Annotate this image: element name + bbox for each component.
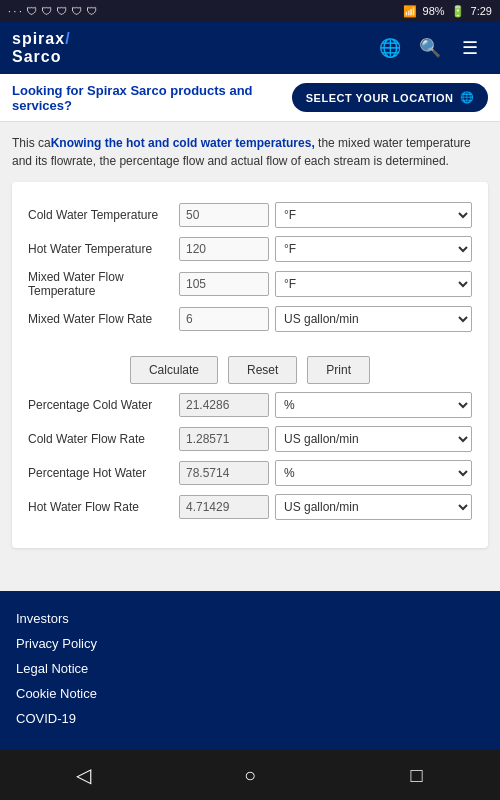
shield-1: 🛡 [26, 5, 37, 17]
pct-hot-water-unit[interactable]: % [275, 460, 472, 486]
description: This caKnowing the hot and cold water te… [12, 134, 488, 170]
results-section: Percentage Cold Water % Cold Water Flow … [28, 392, 472, 520]
description-highlight: Knowing the hot and cold water temperatu… [51, 136, 315, 150]
pct-hot-water-value [179, 461, 269, 485]
footer-link-legal[interactable]: Legal Notice [16, 661, 484, 676]
search-button[interactable]: 🔍 [412, 30, 448, 66]
location-banner: Looking for Spirax Sarco products and se… [0, 74, 500, 122]
home-button[interactable]: ○ [225, 755, 275, 795]
hot-water-temp-unit[interactable]: °F °C [275, 236, 472, 262]
bottom-nav: ◁ ○ □ [0, 750, 500, 800]
back-button[interactable]: ◁ [58, 755, 108, 795]
pct-cold-water-value [179, 393, 269, 417]
recent-button[interactable]: □ [392, 755, 442, 795]
cold-water-temp-row: Cold Water Temperature °F °C [28, 202, 472, 228]
shield-4: 🛡 [71, 5, 82, 17]
calculate-button[interactable]: Calculate [130, 356, 218, 384]
mixed-water-flow-unit[interactable]: US gallon/min L/min [275, 306, 472, 332]
battery-level: 98% [423, 5, 445, 17]
footer-link-cookie[interactable]: Cookie Notice [16, 686, 484, 701]
cold-water-flow-row: Cold Water Flow Rate US gallon/min L/min [28, 426, 472, 452]
cold-water-temp-label: Cold Water Temperature [28, 208, 173, 222]
location-button[interactable]: SELECT YOUR LOCATION 🌐 [292, 83, 488, 112]
cold-water-temp-input[interactable] [179, 203, 269, 227]
navbar: spirax/ Sarco 🌐 🔍 ☰ [0, 22, 500, 74]
location-globe-icon: 🌐 [460, 91, 475, 104]
banner-text: Looking for Spirax Sarco products and se… [12, 83, 292, 113]
pct-cold-water-unit[interactable]: % [275, 392, 472, 418]
hot-water-flow-label: Hot Water Flow Rate [28, 500, 173, 514]
logo-bottom: Sarco [12, 48, 71, 66]
input-section: Cold Water Temperature °F °C Hot Water T… [28, 202, 472, 332]
pct-hot-water-label: Percentage Hot Water [28, 466, 173, 480]
mixed-water-flow-row: Mixed Water Flow Rate US gallon/min L/mi… [28, 306, 472, 332]
footer-links: Investors Privacy Policy Legal Notice Co… [16, 611, 484, 726]
footer-link-privacy[interactable]: Privacy Policy [16, 636, 484, 651]
status-left: · · · 🛡 🛡 🛡 🛡 🛡 [8, 5, 97, 17]
hot-water-flow-value [179, 495, 269, 519]
cold-water-flow-label: Cold Water Flow Rate [28, 432, 173, 446]
cold-water-temp-unit[interactable]: °F °C [275, 202, 472, 228]
description-intro: This ca [12, 136, 51, 150]
logo-top: spirax/ [12, 30, 71, 48]
wifi-icon: 📶 [403, 5, 417, 18]
status-right: 📶 98% 🔋 7:29 [403, 5, 492, 18]
logo-brand: spirax/ Sarco [12, 30, 71, 65]
globe-button[interactable]: 🌐 [372, 30, 408, 66]
pct-cold-water-row: Percentage Cold Water % [28, 392, 472, 418]
shield-3: 🛡 [56, 5, 67, 17]
cold-water-flow-unit[interactable]: US gallon/min L/min [275, 426, 472, 452]
nav-icons: 🌐 🔍 ☰ [372, 30, 488, 66]
shield-5: 🛡 [86, 5, 97, 17]
hot-water-temp-input[interactable] [179, 237, 269, 261]
cold-water-flow-value [179, 427, 269, 451]
footer-link-investors[interactable]: Investors [16, 611, 484, 626]
print-button[interactable]: Print [307, 356, 370, 384]
pct-hot-water-row: Percentage Hot Water % [28, 460, 472, 486]
battery-icon: 🔋 [451, 5, 465, 18]
status-bar: · · · 🛡 🛡 🛡 🛡 🛡 📶 98% 🔋 7:29 [0, 0, 500, 22]
menu-button[interactable]: ☰ [452, 30, 488, 66]
status-dots: · · · [8, 6, 22, 17]
mixed-water-temp-input[interactable] [179, 272, 269, 296]
logo-area: spirax/ Sarco [12, 30, 71, 65]
hot-water-temp-row: Hot Water Temperature °F °C [28, 236, 472, 262]
main-content: This caKnowing the hot and cold water te… [0, 122, 500, 591]
reset-button[interactable]: Reset [228, 356, 297, 384]
footer-link-covid[interactable]: COVID-19 [16, 711, 484, 726]
mixed-water-temp-label: Mixed Water Flow Temperature [28, 270, 173, 298]
mixed-water-flow-label: Mixed Water Flow Rate [28, 312, 173, 326]
mixed-water-temp-unit[interactable]: °F °C [275, 271, 472, 297]
mixed-water-flow-input[interactable] [179, 307, 269, 331]
location-button-label: SELECT YOUR LOCATION [306, 92, 454, 104]
calculator-card: Cold Water Temperature °F °C Hot Water T… [12, 182, 488, 548]
hot-water-flow-unit[interactable]: US gallon/min L/min [275, 494, 472, 520]
pct-cold-water-label: Percentage Cold Water [28, 398, 173, 412]
shield-2: 🛡 [41, 5, 52, 17]
clock: 7:29 [471, 5, 492, 17]
button-row: Calculate Reset Print [28, 356, 472, 384]
mixed-water-temp-row: Mixed Water Flow Temperature °F °C [28, 270, 472, 298]
hot-water-temp-label: Hot Water Temperature [28, 242, 173, 256]
hot-water-flow-row: Hot Water Flow Rate US gallon/min L/min [28, 494, 472, 520]
footer: Investors Privacy Policy Legal Notice Co… [0, 591, 500, 750]
